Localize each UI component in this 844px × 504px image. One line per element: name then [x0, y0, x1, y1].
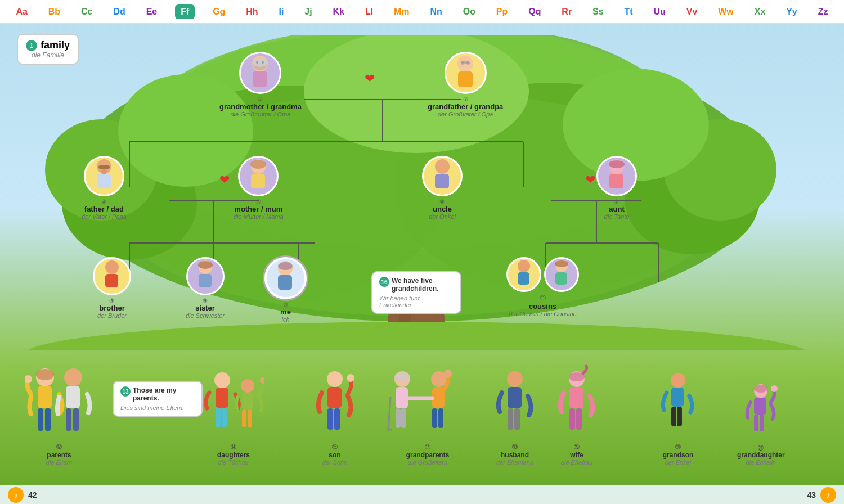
svg-rect-65 — [518, 272, 529, 285]
alpha-Vv[interactable]: Vv — [684, 6, 701, 18]
svg-rect-112 — [569, 408, 575, 430]
svg-rect-116 — [671, 388, 684, 407]
person-me[interactable]: ⑩ me ich — [264, 257, 307, 323]
figure-wife: ⑲ wife die Ehefrau — [557, 369, 596, 466]
alpha-Uu[interactable]: Uu — [651, 6, 668, 18]
brother-label: ⑧ brother der Bruder — [97, 298, 127, 319]
uncle-label: ⑥ uncle der Onkel — [429, 199, 456, 220]
svg-point-60 — [198, 261, 213, 269]
svg-point-16 — [23, 322, 810, 350]
svg-rect-77 — [73, 408, 79, 431]
sound-btn-right[interactable]: ♪ — [820, 487, 836, 503]
person-grandmother[interactable]: ② grandmother / grandma die Großmutter /… — [219, 52, 302, 118]
svg-rect-102 — [432, 408, 437, 428]
svg-point-79 — [214, 372, 230, 388]
alpha-Pp[interactable]: Pp — [493, 6, 510, 18]
svg-rect-40 — [458, 71, 473, 87]
alpha-Zz[interactable]: Zz — [815, 6, 831, 18]
svg-point-83 — [241, 379, 254, 393]
svg-rect-82 — [222, 408, 227, 428]
father-label: ④ father / dad der Vater / Papa — [82, 199, 127, 220]
svg-rect-111 — [569, 387, 583, 408]
svg-point-56 — [105, 260, 119, 274]
page-num-right: 43 — [807, 490, 816, 500]
svg-point-74 — [64, 368, 82, 386]
svg-rect-76 — [66, 408, 71, 431]
family-label: 1 family die Familie — [17, 34, 79, 65]
svg-rect-49 — [251, 174, 265, 188]
alpha-Ee[interactable]: Ee — [143, 6, 160, 18]
figure-granddaughter: ㉑ granddaughter die Enkelin — [737, 371, 785, 466]
person-cousins[interactable]: ⑪ cousins der Cousin / die Cousine — [506, 257, 579, 317]
person-father[interactable]: ④ father / dad der Vater / Papa — [82, 156, 127, 220]
sister-label: ⑨ sister die Schwester — [186, 298, 225, 319]
alpha-Mm[interactable]: Mm — [391, 6, 412, 18]
sound-btn-left[interactable]: ♪ — [8, 487, 24, 503]
alpha-Gg[interactable]: Gg — [210, 6, 228, 18]
alpha-Ii[interactable]: Ii — [276, 6, 287, 18]
daughters-label: ⑭ daughters die Töchter — [217, 443, 250, 466]
svg-rect-81 — [216, 408, 221, 428]
svg-point-55 — [609, 160, 625, 168]
alpha-Kk[interactable]: Kk — [330, 6, 347, 18]
figure-parents: ⑫ parents die Eltern — [25, 369, 93, 466]
alpha-Tt[interactable]: Tt — [622, 6, 636, 18]
alpha-Ff[interactable]: Ff — [175, 4, 195, 19]
svg-point-47 — [101, 169, 107, 174]
alpha-Jj[interactable]: Jj — [302, 6, 315, 18]
alpha-Hh[interactable]: Hh — [243, 6, 261, 18]
svg-rect-72 — [45, 408, 51, 431]
alpha-Ww[interactable]: Ww — [715, 6, 737, 18]
person-brother[interactable]: ⑧ brother der Bruder — [93, 257, 131, 319]
svg-line-98 — [388, 397, 390, 430]
svg-rect-45 — [97, 174, 111, 188]
svg-rect-121 — [754, 415, 758, 431]
family-ger: die Familie — [26, 51, 70, 59]
alpha-Nn[interactable]: Nn — [428, 6, 445, 18]
svg-rect-46 — [98, 165, 110, 169]
svg-point-38 — [262, 61, 264, 64]
svg-rect-107 — [508, 387, 522, 408]
svg-point-97 — [394, 372, 410, 381]
person-uncle[interactable]: ⑥ uncle der Onkel — [422, 156, 463, 220]
svg-point-92 — [347, 374, 354, 382]
svg-point-115 — [671, 373, 685, 388]
svg-rect-54 — [609, 174, 623, 188]
alphabet-bar: Aa Bb Cc Dd Ee Ff Gg Hh Ii Jj Kk Ll Mm N… — [0, 0, 844, 24]
grandparents-label: ⑰ grandparents die Großeltern — [406, 443, 450, 466]
page-num-left: 42 — [28, 490, 37, 500]
svg-point-50 — [250, 160, 266, 169]
alpha-Yy[interactable]: Yy — [783, 6, 800, 18]
person-mother[interactable]: ⑤ mother / mum die Mutter / Mama — [234, 156, 284, 220]
cousins-label: ⑪ cousins der Cousin / die Cousine — [509, 294, 576, 317]
svg-point-78 — [25, 375, 32, 383]
alpha-Ss[interactable]: Ss — [590, 6, 607, 18]
alpha-Ll[interactable]: Ll — [362, 6, 376, 18]
alpha-Xx[interactable]: Xx — [752, 6, 769, 18]
svg-rect-57 — [105, 274, 118, 287]
svg-rect-62 — [278, 275, 292, 290]
figure-daughters: ⑭ daughters die Töchter — [203, 369, 264, 466]
alpha-Rr[interactable]: Rr — [559, 6, 574, 18]
family-num: 1 — [26, 40, 37, 51]
person-sister[interactable]: ⑨ sister die Schwester — [186, 257, 225, 319]
son-label: ⑮ son der Sohn — [322, 443, 348, 466]
alpha-Dd[interactable]: Dd — [110, 6, 128, 18]
alpha-Aa[interactable]: Aa — [13, 6, 30, 18]
alpha-Qq[interactable]: Qq — [526, 6, 544, 18]
heart-parents: ❤ — [219, 173, 230, 187]
svg-rect-122 — [760, 415, 764, 431]
svg-rect-113 — [576, 408, 582, 430]
alpha-Cc[interactable]: Cc — [78, 6, 95, 18]
wife-label: ⑲ wife die Ehefrau — [561, 443, 592, 466]
svg-rect-52 — [435, 174, 449, 188]
person-aunt[interactable]: ⑦ aunt die Tante — [596, 156, 637, 220]
alpha-Oo[interactable]: Oo — [460, 6, 478, 18]
alpha-Bb[interactable]: Bb — [46, 6, 63, 18]
svg-point-68 — [555, 260, 568, 267]
grandmother-label: ② grandmother / grandma die Großmutter /… — [219, 96, 302, 118]
person-grandfather[interactable]: ③ grandfather / grandpa der Großvater / … — [428, 52, 503, 118]
grandfather-label: ③ grandfather / grandpa der Großvater / … — [428, 96, 503, 118]
mother-label: ⑤ mother / mum die Mutter / Mama — [234, 199, 284, 220]
svg-rect-43 — [461, 61, 469, 64]
